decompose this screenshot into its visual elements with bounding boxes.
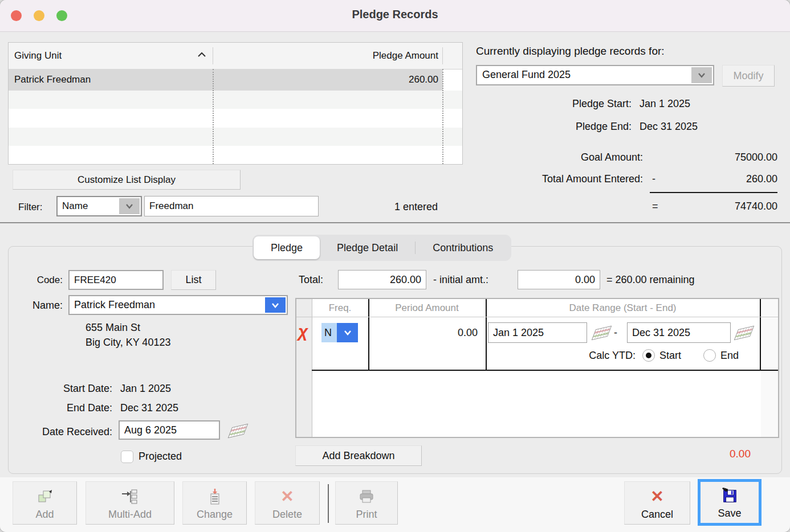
end-date-label: End Date: xyxy=(23,402,112,414)
total-input[interactable] xyxy=(338,270,426,289)
period-amount-column-header: Period Amount xyxy=(368,302,486,314)
total-entered-value: 260.00 xyxy=(663,173,777,185)
row-rule xyxy=(312,370,778,371)
header-rule xyxy=(296,317,778,317)
multi-add-icon xyxy=(121,487,139,506)
date-range-column-header: Date Range (Start - End) xyxy=(486,302,760,314)
title-bar: Pledge Records xyxy=(0,0,790,32)
pledge-start-value: Jan 1 2025 xyxy=(640,98,690,110)
date-range-dash: - xyxy=(614,327,617,339)
delete-button[interactable]: ✕ Delete xyxy=(255,481,320,525)
bottom-toolbar: Add Multi-Add xyxy=(0,477,790,532)
end-date-value: Dec 31 2025 xyxy=(120,402,178,414)
list-button[interactable]: List xyxy=(171,270,216,290)
minus-sign: - xyxy=(652,173,655,185)
name-label: Name: xyxy=(17,300,63,312)
pledge-amount-value: 260.00 xyxy=(409,74,438,85)
date-range-start-input[interactable] xyxy=(488,322,587,343)
start-date-label: Start Date: xyxy=(23,383,112,395)
pledge-amount-column-header[interactable]: Pledge Amount xyxy=(373,50,438,62)
frequency-select-button[interactable] xyxy=(337,323,358,342)
table-row[interactable] xyxy=(9,146,462,164)
goal-amount-value: 75000.00 xyxy=(663,152,777,163)
filter-field-value: Name xyxy=(62,200,88,212)
calendar-icon[interactable] xyxy=(593,328,610,338)
remaining-text: = 260.00 remaining xyxy=(606,274,695,286)
delete-row-icon[interactable]: χ xyxy=(298,323,308,340)
calc-ytd-label: Calc YTD: xyxy=(556,350,636,362)
save-button[interactable]: Save xyxy=(698,479,762,526)
calc-ytd-start-label: Start xyxy=(659,350,681,362)
breakdown-table: Freq. Period Amount Date Range (Start - … xyxy=(295,298,779,438)
toolbar-separator xyxy=(328,484,329,523)
column-gridline xyxy=(368,299,369,370)
name-select-value: Patrick Freedman xyxy=(74,299,155,311)
tab-contributions[interactable]: Contributions xyxy=(416,236,510,259)
initial-amount-label: - initial amt.: xyxy=(433,274,488,286)
giving-unit-table-header[interactable]: Giving Unit Pledge Amount xyxy=(9,43,462,69)
column-gridline xyxy=(442,69,443,164)
period-amount-input[interactable] xyxy=(376,324,482,341)
calc-ytd-start-radio[interactable] xyxy=(642,349,655,362)
chevron-down-icon[interactable] xyxy=(691,67,712,83)
calc-ytd-end-label: End xyxy=(720,350,739,362)
tab-pledge-detail[interactable]: Pledge Detail xyxy=(320,236,415,259)
table-row[interactable]: Patrick Freedman 260.00 xyxy=(9,69,462,91)
table-row[interactable] xyxy=(9,109,462,128)
print-button[interactable]: Print xyxy=(335,481,398,525)
chevron-down-icon xyxy=(343,329,352,336)
total-entered-label: Total Amount Entered: xyxy=(476,173,643,185)
projected-checkbox[interactable] xyxy=(121,451,133,463)
fund-select[interactable]: General Fund 2025 xyxy=(476,65,714,85)
section-divider xyxy=(0,222,790,223)
breakdown-total-amount: 0.00 xyxy=(637,448,751,460)
address-line2: Big City, KY 40123 xyxy=(85,337,170,349)
row-action-column xyxy=(296,299,312,437)
initial-amount-input[interactable] xyxy=(518,270,600,289)
date-received-input[interactable] xyxy=(119,420,220,440)
multi-add-button[interactable]: Multi-Add xyxy=(85,481,174,525)
chevron-down-icon[interactable] xyxy=(265,297,286,313)
filter-field-select[interactable]: Name xyxy=(56,196,142,216)
change-button[interactable]: Change xyxy=(182,481,247,525)
cancel-x-icon: ✕ xyxy=(650,487,663,506)
filter-label: Filter: xyxy=(18,202,43,213)
fund-select-value: General Fund 2025 xyxy=(482,69,571,81)
name-select[interactable]: Patrick Freedman xyxy=(68,295,288,315)
code-input[interactable] xyxy=(68,270,164,290)
filter-text-input[interactable] xyxy=(144,196,319,216)
table-row[interactable] xyxy=(9,91,462,109)
scroll-column xyxy=(761,299,778,437)
save-floppy-icon xyxy=(721,486,738,505)
entered-count: 1 entered xyxy=(365,201,467,213)
sum-rule xyxy=(650,192,777,193)
add-button[interactable]: Add xyxy=(13,481,77,525)
calendar-icon[interactable] xyxy=(736,328,752,338)
calc-ytd-end-radio[interactable] xyxy=(703,349,716,362)
table-row[interactable] xyxy=(9,128,462,146)
add-breakdown-button[interactable]: Add Breakdown xyxy=(295,445,422,466)
pledge-end-value: Dec 31 2025 xyxy=(640,121,698,133)
date-range-end-input[interactable] xyxy=(627,322,731,343)
frequency-select-value[interactable]: N xyxy=(321,323,337,342)
column-gridline xyxy=(213,69,214,164)
column-divider[interactable] xyxy=(442,47,443,64)
equals-sign: = xyxy=(652,200,658,212)
customize-list-display-button[interactable]: Customize List Display xyxy=(13,170,241,190)
add-icon xyxy=(36,487,54,506)
column-divider[interactable] xyxy=(213,47,213,64)
modify-button[interactable]: Modify xyxy=(722,65,775,87)
chevron-down-icon[interactable] xyxy=(119,198,140,214)
window-title: Pledge Records xyxy=(0,8,790,21)
pledge-end-label: Pledge End: xyxy=(476,121,632,133)
calendar-icon[interactable] xyxy=(230,426,246,436)
column-gridline xyxy=(486,299,487,370)
code-label: Code: xyxy=(17,275,63,286)
cancel-button[interactable]: ✕ Cancel xyxy=(624,481,690,525)
freq-column-header: Freq. xyxy=(312,302,368,314)
giving-unit-table: Giving Unit Pledge Amount Patrick Freedm… xyxy=(8,42,463,165)
goal-amount-label: Goal Amount: xyxy=(476,152,643,163)
giving-unit-column-header[interactable]: Giving Unit xyxy=(14,50,62,62)
delete-x-icon: ✕ xyxy=(280,487,294,506)
tab-pledge[interactable]: Pledge xyxy=(254,236,320,259)
